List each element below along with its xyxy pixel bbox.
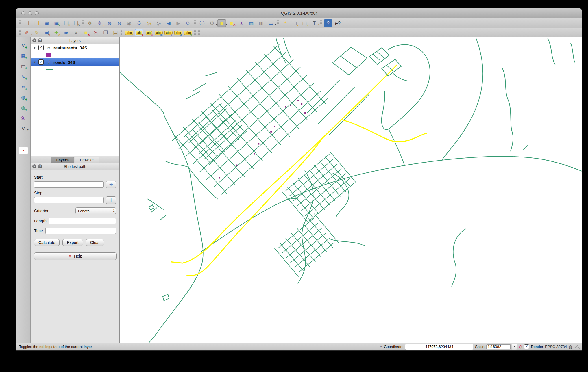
layers-panel-close-icon[interactable]: ✕ — [32, 38, 36, 42]
length-output[interactable] — [49, 218, 116, 224]
change-label-properties-button[interactable]: abc✎ — [184, 29, 193, 36]
layer-checkbox[interactable]: ✓ — [38, 59, 44, 65]
whats-this-button[interactable]: ▸? — [334, 19, 342, 27]
text-annotation-button[interactable]: T▾ — [310, 19, 319, 27]
help-button[interactable]: ❖Help — [34, 252, 117, 260]
scale-input[interactable] — [486, 344, 511, 349]
expander-icon[interactable]: ▼ — [33, 60, 36, 64]
paste-features-button[interactable]: ▤ — [111, 29, 120, 36]
expander-icon[interactable]: ▼ — [33, 46, 36, 49]
current-edits-button[interactable]: ✐▾ — [23, 29, 31, 36]
save-project-button[interactable]: ▣ — [42, 19, 51, 27]
measure-line-button[interactable]: ▭▾ — [267, 19, 275, 27]
time-output[interactable] — [45, 228, 116, 234]
add-wms-layer-button[interactable]: ◍✚ — [19, 94, 28, 101]
add-vector-layer-button[interactable]: V✚ — [19, 42, 28, 49]
save-layer-edits-button[interactable]: ▣✎ — [42, 29, 51, 36]
title-bar[interactable]: QGIS 2.0.1-Dufour — [16, 8, 582, 18]
select-features-dropdown-icon[interactable]: ▾ — [226, 23, 227, 26]
save-project-as-button[interactable]: ▣✎ — [52, 19, 61, 27]
add-raster-layer-button[interactable]: ▦✚ — [19, 52, 28, 59]
add-wfs-layer-button[interactable]: 9, — [19, 114, 28, 122]
coordinate-input[interactable] — [405, 344, 473, 350]
zoom-out-button[interactable]: ⊖ — [115, 19, 124, 27]
layer-name[interactable]: roads_34S — [53, 60, 75, 65]
field-calculator-button[interactable]: ▥ — [257, 19, 265, 27]
copy-features-button[interactable]: ❐ — [101, 29, 110, 36]
add-postgis-layer-button[interactable]: ▤✚ — [19, 62, 28, 70]
add-spatialite-layer-button[interactable]: ∿✚ — [19, 73, 28, 80]
current-edits-dropdown-icon[interactable]: ▾ — [31, 33, 32, 35]
zoom-last-button[interactable]: ◀ — [164, 19, 173, 27]
layers-panel-float-icon[interactable]: ❐ — [38, 38, 42, 42]
map-tips-button[interactable]: ❝ — [280, 19, 289, 27]
render-checkbox[interactable]: ✓ — [524, 344, 529, 349]
new-shapefile-layer-dropdown-icon[interactable]: ▾ — [27, 129, 28, 131]
map-canvas[interactable] — [120, 37, 582, 343]
new-print-composer-button[interactable]: ❏✳ — [62, 19, 71, 27]
layer-labeling-options-button[interactable]: abc — [125, 29, 134, 36]
add-mssql-layer-button[interactable]: ≈✚ — [19, 83, 28, 91]
run-feature-action-dropdown-icon[interactable]: ▾ — [216, 23, 217, 26]
pin-unpin-labels-button[interactable]: ab● — [145, 29, 153, 36]
capture-stop-point-button[interactable]: ✛ — [106, 196, 116, 204]
start-input[interactable] — [34, 181, 104, 188]
shortest-path-float-icon[interactable]: ❐ — [38, 164, 42, 168]
run-feature-action-button[interactable]: ⚙▾ — [208, 19, 216, 27]
zoom-in-button[interactable]: ⊕ — [105, 19, 114, 27]
stop-input[interactable] — [34, 197, 104, 203]
layer-row-roads[interactable]: ▼ ✓ √ roads_34S — [31, 58, 119, 66]
pan-map-button[interactable]: ✥ — [86, 19, 94, 27]
layer-row-restaurants[interactable]: ▼ ✓ ▱ restaurants_34S — [31, 44, 119, 51]
coordinate-toggle-icon[interactable]: ⌖ — [380, 344, 382, 349]
criterion-dropdown[interactable]: Length ▴▾ — [75, 207, 116, 214]
zoom-to-selection-button[interactable]: ◎ — [145, 19, 153, 27]
set-label-pin-button[interactable]: ab● — [135, 29, 143, 36]
add-wcs-layer-button[interactable]: ◍✚ — [19, 104, 28, 111]
select-features-button[interactable]: ■▾ — [217, 19, 226, 27]
text-annotation-dropdown-icon[interactable]: ▾ — [318, 23, 319, 26]
deselect-features-button[interactable]: ■⊘ — [227, 19, 236, 27]
move-feature-button[interactable]: ➠ — [62, 29, 71, 36]
select-by-expression-button[interactable]: ε — [237, 19, 246, 27]
show-hide-labels-button[interactable]: abc◉ — [154, 29, 163, 36]
new-shapefile-layer-button[interactable]: V▾ — [19, 125, 28, 132]
toggle-editing-button[interactable]: ✎ — [32, 29, 41, 36]
add-feature-button[interactable]: ✚✳ — [52, 29, 61, 36]
open-project-button[interactable]: ❐ — [32, 19, 41, 27]
delete-selected-icon: ■ — [84, 30, 87, 35]
export-button[interactable]: Export — [62, 239, 83, 246]
composer-manager-button[interactable]: ❏⚙ — [72, 19, 80, 27]
new-project-button[interactable]: ❏ — [23, 19, 31, 27]
shortest-path-close-icon[interactable]: ✕ — [32, 164, 36, 168]
capture-start-point-button[interactable]: ✛ — [106, 181, 116, 188]
show-bookmarks-button[interactable]: ▢▪ — [300, 19, 309, 27]
identify-features-button[interactable]: ⓘ — [198, 19, 206, 27]
clear-button[interactable]: Clear — [86, 239, 104, 246]
open-attribute-table-button[interactable]: ▦ — [247, 19, 256, 27]
tab-browser[interactable]: Browser — [75, 157, 99, 163]
new-bookmark-button[interactable]: ▢★ — [290, 19, 299, 27]
help-contents-button[interactable]: ? — [324, 19, 332, 27]
stop-render-icon[interactable]: ⊘ — [519, 344, 523, 349]
scale-dropdown-icon[interactable]: ▾ — [512, 344, 517, 350]
zoom-full-button[interactable]: ✣ — [135, 19, 143, 27]
move-label-button[interactable]: abc➜ — [164, 29, 173, 36]
zoom-to-layer-button[interactable]: ◎ — [154, 19, 163, 27]
calculate-button[interactable]: Calculate — [34, 239, 60, 246]
crs-button-icon[interactable]: ◍ — [569, 344, 572, 349]
remove-annotation-button[interactable]: ▪ — [19, 147, 28, 154]
zoom-native-button[interactable]: ◉ — [125, 19, 134, 27]
node-tool-button[interactable]: ⌖ — [72, 29, 80, 36]
measure-line-dropdown-icon[interactable]: ▾ — [275, 23, 276, 26]
refresh-map-button[interactable]: ⟳ — [184, 19, 193, 27]
tab-layers[interactable]: Layers — [51, 157, 74, 163]
cut-features-button[interactable]: ✂ — [91, 29, 100, 36]
pan-to-selection-button[interactable]: ✥▪ — [95, 19, 104, 27]
zoom-next-button[interactable]: ▶ — [174, 19, 183, 27]
layer-name[interactable]: restaurants_34S — [53, 45, 87, 50]
layer-checkbox[interactable]: ✓ — [38, 45, 44, 50]
resize-grip[interactable] — [575, 345, 580, 349]
rotate-label-button[interactable]: abc⟳ — [174, 29, 183, 36]
delete-selected-button[interactable]: ■✖ — [82, 29, 90, 36]
